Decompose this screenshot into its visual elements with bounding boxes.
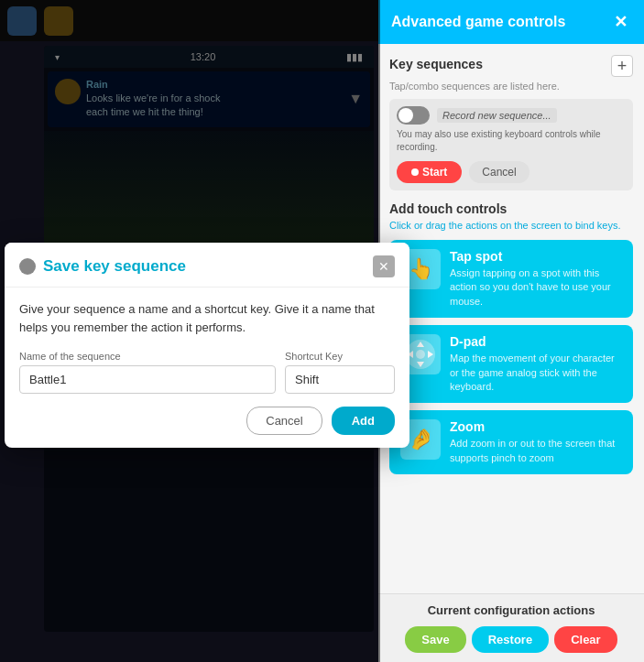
dialog-description: Give your sequence a name and a shortcut… xyxy=(19,300,395,336)
tap-spot-name: Tap spot xyxy=(450,249,622,264)
key-sequences-desc: Tap/combo sequences are listed here. xyxy=(389,81,633,92)
zoom-info: Zoom Add zoom in or out to the screen th… xyxy=(450,419,622,465)
right-panel: Advanced game controls ✕ Key sequences +… xyxy=(378,0,644,662)
clear-config-button[interactable]: Clear xyxy=(554,626,617,653)
dialog-body: Give your sequence a name and a shortcut… xyxy=(5,288,409,448)
key-sequences-section: Key sequences + Tap/combo sequences are … xyxy=(389,55,633,190)
zoom-name: Zoom xyxy=(450,419,622,434)
add-key-seq-button[interactable]: + xyxy=(611,55,633,77)
dialog-title-row: Save key sequence xyxy=(19,257,186,276)
panel-header: Advanced game controls ✕ xyxy=(378,0,644,44)
shortcut-field-label: Shortcut Key xyxy=(285,351,395,362)
key-seq-header: Key sequences + xyxy=(389,55,633,77)
dialog-fields: Name of the sequence Shortcut Key xyxy=(19,351,395,394)
dialog-header: Save key sequence ✕ xyxy=(5,243,409,288)
dpad-info: D-pad Map the movement of your character… xyxy=(450,334,622,394)
name-field-label: Name of the sequence xyxy=(19,351,276,362)
dialog-title: Save key sequence xyxy=(43,257,186,276)
current-config-section: Current configuration actions Save Resto… xyxy=(378,593,644,662)
recording-toggle[interactable] xyxy=(397,106,430,125)
key-sequences-title: Key sequences xyxy=(389,57,483,71)
panel-title: Advanced game controls xyxy=(391,14,565,30)
close-panel-button[interactable]: ✕ xyxy=(609,11,631,33)
cancel-recording-button[interactable]: Cancel xyxy=(469,161,529,183)
restore-config-button[interactable]: Restore xyxy=(472,626,549,653)
tap-spot-card[interactable]: 👆 Tap spot Assign tapping on a spot with… xyxy=(389,240,633,318)
save-config-button[interactable]: Save xyxy=(405,626,465,653)
zoom-card[interactable]: 🤌 Zoom Add zoom in or out to the screen … xyxy=(389,410,633,474)
dpad-name: D-pad xyxy=(450,334,622,349)
dialog-dot xyxy=(19,258,36,275)
toggle-knob xyxy=(398,108,413,123)
zoom-desc: Add zoom in or out to the screen that su… xyxy=(450,437,622,465)
name-field-group: Name of the sequence xyxy=(19,351,276,394)
recording-desc: You may also use existing keyboard contr… xyxy=(397,128,626,154)
recording-row: Record new sequence... xyxy=(397,106,626,125)
add-touch-desc: Click or drag the actions on the screen … xyxy=(389,220,633,231)
tap-spot-info: Tap spot Assign tapping on a spot with t… xyxy=(450,249,622,309)
recording-card: Record new sequence... You may also use … xyxy=(389,99,633,190)
shortcut-field-group: Shortcut Key xyxy=(285,351,395,394)
add-touch-section: Add touch controls Click or drag the act… xyxy=(389,201,633,474)
dpad-desc: Map the movement of your character or th… xyxy=(450,352,622,394)
recording-actions: Start Cancel xyxy=(397,161,626,183)
svg-point-5 xyxy=(416,350,425,359)
dialog-add-button[interactable]: Add xyxy=(332,407,395,435)
config-title: Current configuration actions xyxy=(389,603,633,617)
recording-label: Record new sequence... xyxy=(437,108,557,123)
start-recording-button[interactable]: Start xyxy=(397,161,462,183)
dialog-actions: Cancel Add xyxy=(19,399,395,435)
save-key-sequence-dialog: Save key sequence ✕ Give your sequence a… xyxy=(5,243,409,448)
tap-spot-desc: Assign tapping on a spot with this actio… xyxy=(450,266,622,309)
dialog-close-button[interactable]: ✕ xyxy=(373,255,395,277)
add-touch-title: Add touch controls xyxy=(389,201,633,216)
config-actions: Save Restore Clear xyxy=(389,626,633,653)
shortcut-field-input[interactable] xyxy=(285,365,395,394)
dialog-cancel-button[interactable]: Cancel xyxy=(246,407,322,435)
name-field-input[interactable] xyxy=(19,365,276,394)
dpad-card[interactable]: D-pad Map the movement of your character… xyxy=(389,325,633,403)
panel-body[interactable]: Key sequences + Tap/combo sequences are … xyxy=(378,44,644,593)
